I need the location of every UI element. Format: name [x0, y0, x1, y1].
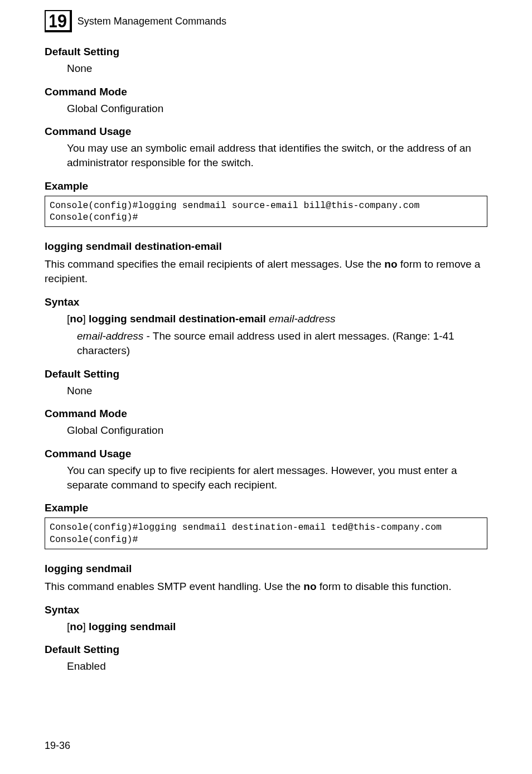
command-title: logging sendmail destination-email	[45, 240, 487, 253]
syntax-bracket-close: ]	[83, 621, 89, 632]
chapter-number-icon: 1 9	[45, 10, 72, 32]
syntax-line: [no] logging sendmail	[67, 620, 487, 634]
default-setting-value: None	[67, 384, 487, 398]
syntax-line: [no] logging sendmail destination-email …	[67, 312, 487, 326]
syntax-heading: Syntax	[45, 604, 487, 616]
command-usage-heading: Command Usage	[45, 125, 487, 138]
command-usage-text: You may use an symbolic email address th…	[67, 141, 487, 170]
desc-text-pre: This command specifies the email recipie…	[45, 258, 384, 270]
default-setting-heading: Default Setting	[45, 46, 487, 58]
desc-text-pre: This command enables SMTP event handling…	[45, 580, 303, 592]
syntax-bracket-close: ]	[83, 313, 89, 325]
default-setting-heading: Default Setting	[45, 644, 487, 656]
desc-text-post: form to disable this function.	[317, 580, 452, 592]
chapter-digit-2: 9	[57, 11, 67, 30]
default-setting-value: None	[67, 61, 487, 76]
command-mode-value: Global Configuration	[67, 101, 487, 116]
example-heading: Example	[45, 502, 487, 514]
example-heading: Example	[45, 180, 487, 192]
command-description: This command enables SMTP event handling…	[45, 579, 487, 594]
command-description: This command specifies the email recipie…	[45, 257, 487, 286]
default-setting-value: Enabled	[67, 659, 487, 674]
chapter-title: System Management Commands	[78, 16, 226, 27]
desc-no-keyword: no	[303, 580, 316, 592]
desc-no-keyword: no	[384, 258, 397, 270]
chapter-digit-1: 1	[49, 11, 56, 30]
example-code-block: Console(config)#logging sendmail destina…	[45, 517, 487, 549]
syntax-no-keyword: no	[70, 313, 83, 325]
document-page: 1 9 System Management Commands Default S…	[0, 0, 532, 774]
syntax-command: logging sendmail	[89, 621, 176, 632]
command-mode-heading: Command Mode	[45, 86, 487, 98]
chapter-header: 1 9 System Management Commands	[45, 10, 487, 32]
syntax-command: logging sendmail destination-email	[89, 313, 266, 325]
command-title: logging sendmail	[45, 563, 487, 575]
command-usage-text: You can specify up to five recipients fo…	[67, 463, 487, 492]
example-code-block: Console(config)#logging sendmail source-…	[45, 196, 487, 228]
command-mode-heading: Command Mode	[45, 408, 487, 420]
command-usage-heading: Command Usage	[45, 448, 487, 460]
param-description: email-address - The source email address…	[77, 329, 487, 357]
syntax-no-keyword: no	[70, 621, 83, 632]
default-setting-heading: Default Setting	[45, 368, 487, 380]
syntax-param: email-address	[266, 313, 336, 325]
page-number: 19-36	[45, 740, 70, 752]
syntax-heading: Syntax	[45, 296, 487, 308]
param-name: email-address	[77, 330, 143, 342]
command-mode-value: Global Configuration	[67, 423, 487, 438]
